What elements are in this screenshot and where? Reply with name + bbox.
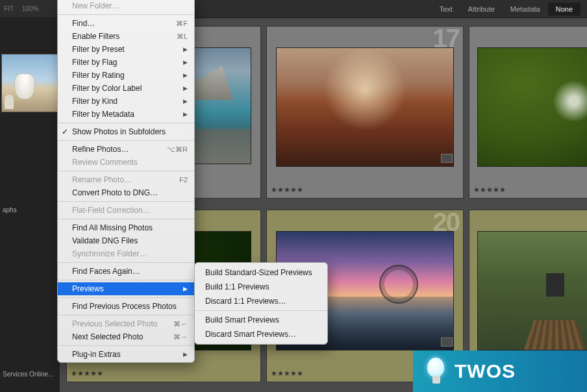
menu-next-selected[interactable]: Next Selected Photo⌘→ <box>58 330 194 343</box>
menu-rename-photo[interactable]: Rename Photo…F2 <box>58 173 194 186</box>
menu-plugin-extras[interactable]: Plug-in Extras▶ <box>58 348 194 361</box>
submenu-discard-11[interactable]: Discard 1:1 Previews… <box>195 294 327 308</box>
filter-tab-text[interactable]: Text <box>432 3 460 16</box>
menu-previous-selected[interactable]: Previous Selected Photo⌘← <box>58 317 194 330</box>
thumbnail-image <box>477 47 587 167</box>
menu-find[interactable]: Find…⌘F <box>58 17 194 30</box>
fit-label: FIT <box>4 5 14 12</box>
grid-cell-17[interactable]: 17 ★★★★★ <box>266 26 464 199</box>
menu-enable-filters[interactable]: Enable Filters⌘L <box>58 30 194 43</box>
menu-separator <box>58 262 194 263</box>
menu-sync-folder[interactable]: Synchronize Folder… <box>58 247 194 260</box>
menu-separator <box>58 140 194 141</box>
menu-filter-flag[interactable]: Filter by Flag▶ <box>58 56 194 69</box>
rating-stars[interactable]: ★★★★★ <box>473 186 506 194</box>
menu-separator <box>58 297 194 298</box>
previews-submenu: Build Standard-Sized Previews Build 1:1 … <box>194 262 328 345</box>
sidebar-services-label[interactable]: Services Online… <box>3 371 55 378</box>
menu-separator <box>58 14 194 15</box>
rating-stars[interactable]: ★★★★★ <box>71 369 103 378</box>
menu-separator <box>58 280 194 280</box>
left-panel: aphs Services Online… <box>0 18 60 392</box>
menu-separator <box>58 123 194 123</box>
menu-review-comments[interactable]: Review Comments <box>58 156 194 169</box>
filter-tab-metadata[interactable]: Metadata <box>503 3 548 16</box>
sidebar-section-label: aphs <box>3 206 17 214</box>
thumbnail-image <box>276 47 454 167</box>
menu-find-previous-process[interactable]: Find Previous Process Photos <box>58 300 194 313</box>
menu-separator <box>58 315 194 315</box>
menu-filter-color[interactable]: Filter by Color Label▶ <box>58 82 194 95</box>
thumbnail-image <box>477 231 587 350</box>
menu-filter-preset[interactable]: Filter by Preset▶ <box>58 43 194 56</box>
chevron-right-icon: ▶ <box>183 85 188 92</box>
watermark-logo: TWOS <box>413 350 587 392</box>
menu-refine-photos[interactable]: Refine Photos…⌥⌘R <box>58 143 194 156</box>
preview-status-icon <box>441 154 453 163</box>
menu-show-subfolders[interactable]: Show Photos in Subfolders <box>58 125 194 138</box>
submenu-build-standard[interactable]: Build Standard-Sized Previews <box>195 265 327 280</box>
menu-separator <box>58 219 194 219</box>
chevron-right-icon: ▶ <box>183 59 188 66</box>
filter-bar: Text Attribute Metadata None <box>432 3 581 16</box>
chevron-right-icon: ▶ <box>183 111 188 117</box>
menu-find-missing[interactable]: Find All Missing Photos <box>58 221 194 234</box>
watermark-text: TWOS <box>455 360 516 382</box>
rating-stars[interactable]: ★★★★★ <box>271 369 303 378</box>
menu-filter-kind[interactable]: Filter by Kind▶ <box>58 95 194 108</box>
menu-validate-dng[interactable]: Validate DNG Files <box>58 234 194 247</box>
menu-new-folder[interactable]: New Folder… <box>58 0 194 12</box>
menu-previews[interactable]: Previews▶ <box>58 282 194 295</box>
lightbulb-icon <box>422 356 448 386</box>
chevron-right-icon: ▶ <box>183 98 188 104</box>
menu-separator <box>58 171 194 171</box>
menu-separator <box>58 201 194 202</box>
filter-tab-none[interactable]: None <box>548 3 581 16</box>
filter-tab-attribute[interactable]: Attribute <box>460 3 503 16</box>
submenu-build-smart[interactable]: Build Smart Previews <box>195 313 327 327</box>
submenu-discard-smart[interactable]: Discard Smart Previews… <box>195 327 327 341</box>
toolbar-left: FIT 100% <box>4 5 45 12</box>
chevron-right-icon: ▶ <box>183 72 188 79</box>
preview-status-icon <box>441 337 453 347</box>
rating-stars[interactable]: ★★★★★ <box>271 186 303 194</box>
library-menu: New Folder… Find…⌘F Enable Filters⌘L Fil… <box>57 0 195 363</box>
grid-cell-18[interactable]: 18 ★★★★★ <box>469 26 587 199</box>
chevron-right-icon: ▶ <box>183 351 188 358</box>
menu-separator <box>58 345 194 346</box>
menu-filter-metadata[interactable]: Filter by Metadata▶ <box>58 108 194 121</box>
zoom-label: 100% <box>22 5 39 12</box>
menu-separator <box>195 310 327 311</box>
menu-filter-rating[interactable]: Filter by Rating▶ <box>58 69 194 82</box>
chevron-right-icon: ▶ <box>183 286 188 292</box>
menu-convert-dng[interactable]: Convert Photo to DNG… <box>58 186 194 199</box>
menu-flat-field[interactable]: Flat-Field Correction… <box>58 204 194 217</box>
menu-find-faces[interactable]: Find Faces Again… <box>58 265 194 278</box>
submenu-build-11[interactable]: Build 1:1 Previews <box>195 280 327 294</box>
chevron-right-icon: ▶ <box>183 46 188 53</box>
navigator-thumbnail[interactable] <box>1 54 58 112</box>
